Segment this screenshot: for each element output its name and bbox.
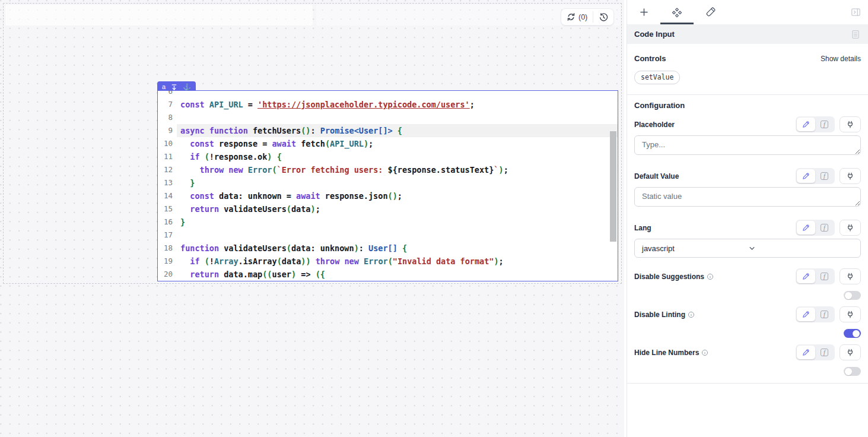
code-line: 8 [158,111,618,124]
refresh-button[interactable]: (0) [561,9,593,25]
mode-segmented-control: f [796,116,835,132]
edit-mode-button[interactable] [797,118,815,131]
plug-icon [845,272,855,281]
line-number: 20 [158,268,177,281]
code-line: 20 return data.map((user) => ({ [158,268,618,281]
tab-style[interactable] [694,0,727,24]
field-label: Disable Suggestions [634,273,704,281]
edit-mode-button[interactable] [797,270,815,283]
plus-icon [638,7,650,18]
controls-section-header: Controls Show details [634,54,861,63]
fx-icon: f [821,311,828,318]
plug-icon [845,348,855,357]
code-line: 15 return validateUsers(data); [158,202,618,216]
code-line: 9async function fetchUsers(): Promise<Us… [158,124,618,137]
control-chip-setValue[interactable]: setValue [634,71,680,84]
refresh-icon [567,12,576,21]
canvas-action-bar: (0) [561,8,614,26]
pane-tabs [627,0,868,24]
line-number: 10 [158,137,177,150]
editor-scrollbar-thumb[interactable] [610,131,616,242]
config-field-default-value: Default Valuef [634,168,861,209]
show-details-link[interactable]: Show details [821,55,861,63]
placeholder-input[interactable] [634,135,861,155]
toggle-knob [853,330,860,337]
document-list-icon[interactable] [850,29,861,40]
bind-data-button[interactable] [840,344,861,360]
code-line: 10 const response = await fetch(API_URL)… [158,137,618,150]
field-label: Lang [634,224,651,232]
history-icon [599,12,608,22]
toggle-knob [845,292,852,299]
code-line: 11 if (!response.ok) { [158,150,618,163]
control-chips: setValue [634,71,861,84]
mode-segmented-control: f [796,306,835,322]
line-number: 8 [158,111,177,124]
code-line: 6 [158,90,618,98]
edit-mode-button[interactable] [797,221,815,235]
bind-data-button[interactable] [840,168,861,184]
widgets-icon [671,7,683,18]
fx-icon: f [821,121,828,128]
line-number: 14 [158,189,177,202]
line-number: 13 [158,176,177,189]
line-number: 19 [158,255,177,268]
field-label: Default Value [634,172,679,180]
bind-data-button[interactable] [840,306,861,322]
line-number: 12 [158,163,177,176]
controls-title: Controls [634,54,821,63]
canvas-row-highlight [5,5,313,26]
field-label: Disable Linting [634,311,685,319]
code-line: 18function validateUsers(data: unknown):… [158,242,618,255]
field-label: Hide Line Numbers [634,349,699,357]
fx-icon: f [821,349,828,356]
config-field-placeholder: Placeholderf [634,116,861,157]
edit-mode-button[interactable] [797,346,815,359]
arrow-down-to-bar-icon[interactable] [171,84,177,91]
line-number: 11 [158,150,177,163]
selected-value: javascript [642,244,748,253]
bind-data-button[interactable] [840,220,861,236]
code-input-widget[interactable]: 67const API_URL = 'https://jsonplacehold… [157,90,618,281]
code-line: 7const API_URL = 'https://jsonplaceholde… [158,98,618,111]
lang-select[interactable]: javascript [634,239,861,258]
info-icon [707,273,714,280]
plug-icon [845,223,855,233]
code-line: 19 if (!Array.isArray(data)) throw new E… [158,255,618,268]
code-lines: 67const API_URL = 'https://jsonplacehold… [158,90,618,281]
property-pane: Code Input Controls Show details setValu… [627,0,868,437]
section-divider-bottom [627,383,868,384]
code-line: 17 [158,229,618,242]
fx-mode-button[interactable]: f [815,169,834,183]
default-value-input[interactable] [634,187,861,207]
collapse-panel-icon[interactable] [849,5,862,18]
mode-segmented-control: f [796,268,835,284]
line-number: 17 [158,229,177,242]
fx-mode-button[interactable]: f [815,346,834,359]
line-number: 6 [158,90,177,98]
mode-segmented-control: f [796,168,835,184]
fx-mode-button[interactable]: f [815,308,834,321]
edit-mode-button[interactable] [797,169,815,183]
hide-line-numbers-toggle[interactable] [844,367,861,376]
plug-icon [845,172,855,181]
fx-mode-button[interactable]: f [815,118,834,131]
tab-add[interactable] [627,0,660,24]
disable-suggestions-toggle[interactable] [844,291,861,300]
code-line: 14 const data: unknown = await response.… [158,189,618,202]
configuration-fields: PlaceholderfDefault ValuefLangfjavascrip… [634,116,861,376]
line-number: 18 [158,242,177,255]
edit-mode-button[interactable] [797,308,815,321]
fx-icon: f [821,273,828,280]
bind-data-button[interactable] [840,268,861,284]
fx-icon: f [821,224,828,232]
fx-mode-button[interactable]: f [815,221,834,235]
disable-linting-toggle[interactable] [844,329,861,338]
widget-type-header: Code Input [627,24,868,44]
bind-data-button[interactable] [840,116,861,132]
line-number: 15 [158,202,177,216]
tab-widgets[interactable] [660,0,694,24]
chevron-down-icon [748,244,853,253]
history-button[interactable] [593,9,613,25]
fx-mode-button[interactable]: f [815,270,834,283]
